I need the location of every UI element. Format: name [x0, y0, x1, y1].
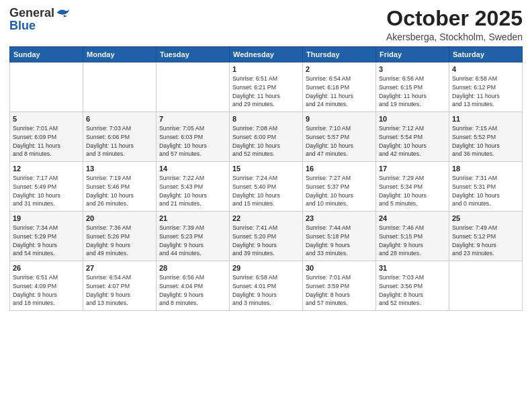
- calendar-header-row: SundayMondayTuesdayWednesdayThursdayFrid…: [10, 47, 523, 62]
- day-number: 9: [306, 115, 373, 123]
- day-info: Sunrise: 6:58 AM Sunset: 4:01 PM Dayligh…: [232, 273, 300, 308]
- calendar-cell: 17Sunrise: 7:29 AM Sunset: 5:34 PM Dayli…: [376, 162, 449, 212]
- day-number: 24: [379, 214, 446, 222]
- logo-general-text: General: [9, 7, 54, 19]
- calendar-cell: 8Sunrise: 7:08 AM Sunset: 6:00 PM Daylig…: [230, 112, 303, 162]
- day-number: 23: [306, 214, 373, 222]
- day-number: 5: [13, 115, 80, 123]
- calendar-cell: [157, 62, 230, 112]
- day-number: 18: [452, 165, 519, 173]
- calendar-cell: 2Sunrise: 6:54 AM Sunset: 6:18 PM Daylig…: [303, 62, 376, 112]
- day-info: Sunrise: 7:01 AM Sunset: 3:59 PM Dayligh…: [306, 273, 373, 308]
- month-title: October 2025: [386, 7, 523, 30]
- day-info: Sunrise: 7:22 AM Sunset: 5:43 PM Dayligh…: [159, 174, 226, 208]
- title-block: October 2025 Akersberga, Stockholm, Swed…: [386, 7, 523, 42]
- header: General Blue October 2025 Akersberga, St…: [9, 7, 523, 42]
- day-number: 20: [86, 214, 153, 222]
- calendar-cell: 23Sunrise: 7:44 AM Sunset: 5:18 PM Dayli…: [303, 212, 376, 261]
- day-info: Sunrise: 7:34 AM Sunset: 5:29 PM Dayligh…: [13, 224, 80, 258]
- day-info: Sunrise: 6:51 AM Sunset: 6:21 PM Dayligh…: [232, 75, 300, 109]
- weekday-header-friday: Friday: [376, 47, 449, 62]
- calendar-cell: 4Sunrise: 6:58 AM Sunset: 6:12 PM Daylig…: [449, 62, 523, 112]
- calendar-cell: 21Sunrise: 7:39 AM Sunset: 5:23 PM Dayli…: [157, 212, 230, 261]
- calendar-cell: 20Sunrise: 7:36 AM Sunset: 5:26 PM Dayli…: [83, 212, 157, 261]
- day-info: Sunrise: 7:44 AM Sunset: 5:18 PM Dayligh…: [306, 224, 373, 258]
- day-info: Sunrise: 7:12 AM Sunset: 5:54 PM Dayligh…: [379, 124, 446, 158]
- day-info: Sunrise: 6:56 AM Sunset: 6:15 PM Dayligh…: [379, 75, 446, 109]
- day-info: Sunrise: 7:36 AM Sunset: 5:26 PM Dayligh…: [86, 224, 153, 258]
- day-info: Sunrise: 7:17 AM Sunset: 5:49 PM Dayligh…: [13, 174, 80, 208]
- day-number: 28: [159, 264, 226, 272]
- calendar-cell: [449, 261, 523, 311]
- calendar-cell: 13Sunrise: 7:19 AM Sunset: 5:46 PM Dayli…: [83, 162, 157, 212]
- day-number: 30: [306, 264, 373, 272]
- day-number: 11: [452, 115, 519, 123]
- day-info: Sunrise: 7:39 AM Sunset: 5:23 PM Dayligh…: [159, 224, 226, 258]
- calendar-row: 1Sunrise: 6:51 AM Sunset: 6:21 PM Daylig…: [10, 62, 523, 112]
- day-info: Sunrise: 7:27 AM Sunset: 5:37 PM Dayligh…: [306, 174, 373, 208]
- day-number: 19: [13, 214, 80, 222]
- day-number: 6: [86, 115, 153, 123]
- calendar-cell: 10Sunrise: 7:12 AM Sunset: 5:54 PM Dayli…: [376, 112, 449, 162]
- calendar-cell: 16Sunrise: 7:27 AM Sunset: 5:37 PM Dayli…: [303, 162, 376, 212]
- day-number: 1: [232, 65, 300, 73]
- day-info: Sunrise: 6:56 AM Sunset: 4:04 PM Dayligh…: [159, 273, 226, 308]
- calendar-cell: 6Sunrise: 7:03 AM Sunset: 6:06 PM Daylig…: [83, 112, 157, 162]
- day-number: 21: [159, 214, 226, 222]
- day-info: Sunrise: 7:31 AM Sunset: 5:31 PM Dayligh…: [452, 174, 519, 208]
- day-number: 10: [379, 115, 446, 123]
- calendar-cell: 18Sunrise: 7:31 AM Sunset: 5:31 PM Dayli…: [449, 162, 523, 212]
- calendar-row: 26Sunrise: 6:51 AM Sunset: 4:09 PM Dayli…: [10, 261, 523, 311]
- day-number: 17: [379, 165, 446, 173]
- day-number: 13: [86, 165, 153, 173]
- day-info: Sunrise: 7:03 AM Sunset: 6:06 PM Dayligh…: [86, 124, 153, 158]
- location-subtitle: Akersberga, Stockholm, Sweden: [386, 32, 523, 42]
- day-info: Sunrise: 6:54 AM Sunset: 6:18 PM Dayligh…: [306, 75, 373, 109]
- day-info: Sunrise: 7:01 AM Sunset: 6:09 PM Dayligh…: [13, 124, 80, 158]
- calendar-cell: 19Sunrise: 7:34 AM Sunset: 5:29 PM Dayli…: [10, 212, 83, 261]
- calendar-cell: 25Sunrise: 7:49 AM Sunset: 5:12 PM Dayli…: [449, 212, 523, 261]
- calendar-cell: 7Sunrise: 7:05 AM Sunset: 6:03 PM Daylig…: [157, 112, 230, 162]
- calendar-cell: 27Sunrise: 6:54 AM Sunset: 4:07 PM Dayli…: [83, 261, 157, 311]
- calendar-cell: 3Sunrise: 6:56 AM Sunset: 6:15 PM Daylig…: [376, 62, 449, 112]
- day-info: Sunrise: 7:05 AM Sunset: 6:03 PM Dayligh…: [159, 124, 226, 158]
- calendar-cell: 14Sunrise: 7:22 AM Sunset: 5:43 PM Dayli…: [157, 162, 230, 212]
- calendar-cell: 12Sunrise: 7:17 AM Sunset: 5:49 PM Dayli…: [10, 162, 83, 212]
- calendar-cell: 26Sunrise: 6:51 AM Sunset: 4:09 PM Dayli…: [10, 261, 83, 311]
- day-info: Sunrise: 7:46 AM Sunset: 5:15 PM Dayligh…: [379, 224, 446, 258]
- day-info: Sunrise: 7:15 AM Sunset: 5:52 PM Dayligh…: [452, 124, 519, 158]
- day-number: 4: [452, 65, 519, 73]
- day-number: 22: [232, 214, 300, 222]
- day-number: 3: [379, 65, 446, 73]
- day-info: Sunrise: 7:29 AM Sunset: 5:34 PM Dayligh…: [379, 174, 446, 208]
- weekday-header-wednesday: Wednesday: [230, 47, 303, 62]
- day-info: Sunrise: 6:54 AM Sunset: 4:07 PM Dayligh…: [86, 273, 153, 308]
- day-number: 16: [306, 165, 373, 173]
- weekday-header-sunday: Sunday: [10, 47, 83, 62]
- calendar-cell: 28Sunrise: 6:56 AM Sunset: 4:04 PM Dayli…: [157, 261, 230, 311]
- calendar-cell: 11Sunrise: 7:15 AM Sunset: 5:52 PM Dayli…: [449, 112, 523, 162]
- logo-blue-text: Blue: [9, 19, 36, 33]
- day-number: 12: [13, 165, 80, 173]
- calendar-cell: 29Sunrise: 6:58 AM Sunset: 4:01 PM Dayli…: [230, 261, 303, 311]
- day-number: 31: [379, 264, 446, 272]
- page: General Blue October 2025 Akersberga, St…: [0, 0, 532, 411]
- calendar-cell: 30Sunrise: 7:01 AM Sunset: 3:59 PM Dayli…: [303, 261, 376, 311]
- day-number: 26: [13, 264, 80, 272]
- day-info: Sunrise: 6:51 AM Sunset: 4:09 PM Dayligh…: [13, 273, 80, 308]
- weekday-header-tuesday: Tuesday: [157, 47, 230, 62]
- day-number: 14: [159, 165, 226, 173]
- day-number: 15: [232, 165, 300, 173]
- weekday-header-thursday: Thursday: [303, 47, 376, 62]
- calendar-row: 12Sunrise: 7:17 AM Sunset: 5:49 PM Dayli…: [10, 162, 523, 212]
- day-number: 7: [159, 115, 226, 123]
- day-number: 29: [232, 264, 300, 272]
- day-info: Sunrise: 7:19 AM Sunset: 5:46 PM Dayligh…: [86, 174, 153, 208]
- day-number: 8: [232, 115, 300, 123]
- weekday-header-monday: Monday: [83, 47, 157, 62]
- day-info: Sunrise: 7:24 AM Sunset: 5:40 PM Dayligh…: [232, 174, 300, 208]
- calendar-cell: 31Sunrise: 7:03 AM Sunset: 3:56 PM Dayli…: [376, 261, 449, 311]
- calendar-cell: 5Sunrise: 7:01 AM Sunset: 6:09 PM Daylig…: [10, 112, 83, 162]
- calendar-cell: [10, 62, 83, 112]
- weekday-header-saturday: Saturday: [449, 47, 523, 62]
